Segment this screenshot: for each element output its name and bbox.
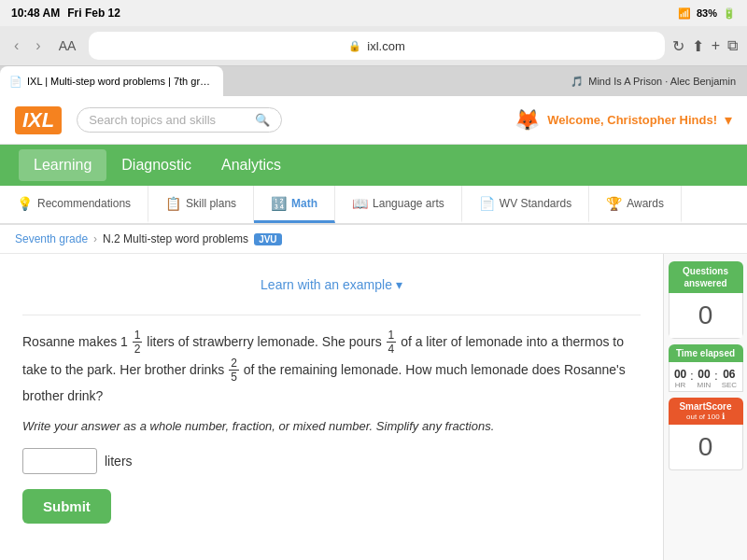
- learn-banner-text: Learn with an example: [261, 277, 392, 292]
- questions-answered-value: 0: [669, 293, 743, 339]
- date-display: Fri Feb 12: [67, 7, 120, 20]
- fraction-1-half: 1 2: [133, 329, 143, 357]
- language-arts-icon: 📖: [352, 196, 368, 211]
- breadcrumb-grade[interactable]: Seventh grade: [15, 232, 88, 245]
- music-icon: 🎵: [571, 76, 584, 88]
- recommendations-icon: 💡: [17, 196, 33, 211]
- tab-bar: 📄 IXL | Multi-step word problems | 7th g…: [0, 66, 747, 96]
- time-display: 10:48 AM: [11, 7, 60, 20]
- subnav-wv-standards-label: WV Standards: [500, 197, 571, 210]
- questions-answered-box: Questions answered 0: [669, 261, 743, 339]
- subnav-awards[interactable]: 🏆 Awards: [589, 186, 682, 223]
- fraction-1-numerator: 1: [133, 329, 143, 343]
- reader-mode-icon[interactable]: AA: [53, 36, 82, 55]
- fraction-1-denominator: 2: [133, 343, 143, 356]
- active-tab[interactable]: 📄 IXL | Multi-step word problems | 7th g…: [0, 66, 223, 96]
- smart-score-box: SmartScore out of 100 ℹ 0: [669, 398, 743, 470]
- breadcrumb-separator: ›: [93, 232, 97, 245]
- hours-value: 00: [674, 368, 686, 381]
- questions-answered-label: Questions answered: [669, 261, 743, 293]
- questions-label-line1: Questions: [683, 266, 728, 276]
- seconds-label: SEC: [722, 381, 737, 389]
- fraction-2-numerator: 1: [387, 329, 397, 343]
- wifi-icon: 📶: [678, 7, 691, 20]
- subnav-skill-plans[interactable]: 📋 Skill plans: [148, 186, 254, 223]
- subnav-wv-standards[interactable]: 📄 WV Standards: [462, 186, 589, 223]
- avatar: 🦊: [514, 108, 540, 133]
- breadcrumb: Seventh grade › N.2 Multi-step word prob…: [0, 225, 747, 254]
- submit-button[interactable]: Submit: [22, 489, 111, 524]
- battery-icon: 🔋: [723, 7, 736, 20]
- instruction-text: Write your answer as a whole number, fra…: [22, 419, 641, 433]
- main-area: Learn with an example ▾ Rosanne makes 1 …: [0, 254, 747, 560]
- smart-info-icon[interactable]: ℹ: [722, 412, 725, 421]
- tabs-button[interactable]: ⧉: [727, 37, 738, 54]
- liters-label: liters: [105, 454, 133, 469]
- answer-input[interactable]: [22, 448, 97, 474]
- status-bar: 10:48 AM Fri Feb 12 📶 83% 🔋: [0, 0, 747, 26]
- fraction-2-fifths: 2 5: [229, 357, 239, 385]
- breadcrumb-badge: JVU: [254, 233, 281, 245]
- add-tab-button[interactable]: +: [712, 37, 720, 54]
- sub-nav: 💡 Recommendations 📋 Skill plans 🔢 Math 📖…: [0, 186, 747, 225]
- subnav-recommendations-label: Recommendations: [37, 197, 131, 210]
- welcome-section: 🦊 Welcome, Christopher Hinds! ▾: [514, 108, 732, 133]
- question-text: Rosanne makes 1 1 2 liters of strawberry…: [22, 329, 641, 408]
- breadcrumb-skill: N.2 Multi-step word problems: [103, 232, 248, 245]
- time-elapsed-value: 00 HR : 00 MIN : 06 SEC: [669, 362, 743, 392]
- nav-item-diagnostic[interactable]: Diagnostic: [106, 149, 206, 181]
- nav-item-analytics[interactable]: Analytics: [206, 149, 296, 181]
- subnav-skill-plans-label: Skill plans: [186, 197, 236, 210]
- learn-banner-arrow: ▾: [396, 277, 402, 292]
- time-elapsed-box: Time elapsed 00 HR : 00 MIN : 06 SEC: [669, 344, 743, 392]
- time-elapsed-label: Time elapsed: [669, 344, 743, 362]
- subnav-awards-label: Awards: [627, 197, 664, 210]
- subnav-recommendations[interactable]: 💡 Recommendations: [0, 186, 148, 223]
- learn-banner: Learn with an example ▾: [22, 269, 641, 315]
- back-button[interactable]: ‹: [9, 35, 23, 56]
- welcome-text: Welcome, Christopher Hinds!: [547, 113, 717, 127]
- fraction-3-denominator: 5: [229, 371, 239, 384]
- url-text: ixl.com: [367, 39, 404, 53]
- subnav-math-label: Math: [291, 197, 317, 210]
- chevron-down-icon[interactable]: ▾: [725, 111, 732, 129]
- active-tab-label: IXL | Multi-step word problems | 7th gra…: [27, 76, 214, 87]
- subnav-language-arts[interactable]: 📖 Language arts: [335, 186, 462, 223]
- forward-button[interactable]: ›: [31, 35, 45, 56]
- questions-label-line2: answered: [684, 278, 726, 288]
- question-part2: liters of strawberry lemonade. She pours: [147, 334, 385, 349]
- seconds-value: 06: [723, 368, 735, 381]
- search-placeholder: Search topics and skills: [89, 113, 216, 127]
- smart-score-label: SmartScore out of 100 ℹ: [669, 398, 743, 425]
- time-separator-1: :: [690, 368, 693, 389]
- ixl-logo[interactable]: IXL: [15, 106, 62, 134]
- minutes-value: 00: [698, 368, 710, 381]
- subnav-math[interactable]: 🔢 Math: [254, 186, 335, 223]
- wv-standards-icon: 📄: [479, 196, 495, 211]
- address-bar[interactable]: 🔒 ixl.com: [89, 32, 664, 60]
- music-tab[interactable]: 🎵 Mind Is A Prison · Alec Benjamin: [559, 66, 747, 96]
- fraction-2-denominator: 4: [387, 343, 397, 356]
- ixl-header: IXL Search topics and skills 🔍 🦊 Welcome…: [0, 96, 747, 145]
- search-icon: 🔍: [255, 113, 270, 127]
- tab-favicon: 📄: [9, 76, 22, 88]
- awards-icon: 🏆: [606, 196, 622, 211]
- sidebar: Questions answered 0 Time elapsed 00 HR …: [663, 254, 747, 560]
- learn-with-example-btn[interactable]: Learn with an example ▾: [261, 277, 402, 292]
- battery-display: 83%: [697, 7, 717, 19]
- search-bar[interactable]: Search topics and skills 🔍: [77, 107, 282, 133]
- question-area: Learn with an example ▾ Rosanne makes 1 …: [0, 254, 663, 560]
- smart-score-value: 0: [669, 425, 743, 470]
- browser-chrome: ‹ › AA 🔒 ixl.com ↻ ⬆ + ⧉: [0, 26, 747, 66]
- refresh-button[interactable]: ↻: [672, 37, 684, 55]
- nav-bar: Learning Diagnostic Analytics: [0, 145, 747, 186]
- nav-item-learning[interactable]: Learning: [19, 149, 106, 181]
- minutes-label: MIN: [698, 381, 712, 389]
- lock-icon: 🔒: [348, 40, 361, 52]
- logo-text: IXL: [15, 106, 62, 134]
- math-icon: 🔢: [271, 196, 287, 211]
- skill-plans-icon: 📋: [165, 196, 181, 211]
- subnav-language-arts-label: Language arts: [373, 197, 444, 210]
- share-button[interactable]: ⬆: [692, 37, 704, 55]
- time-separator-2: :: [714, 368, 717, 389]
